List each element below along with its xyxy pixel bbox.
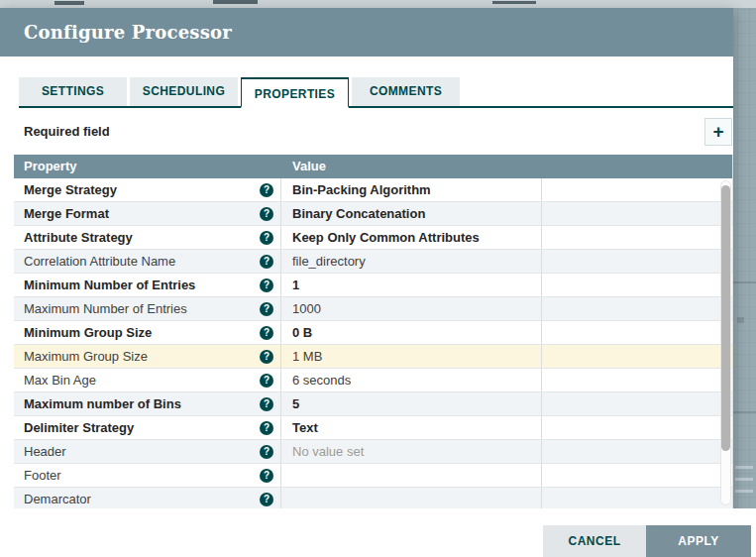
table-row[interactable]: Maximum Group Size?1 MB xyxy=(14,345,732,369)
table-row[interactable]: Merge Strategy?Bin-Packing Algorithm xyxy=(14,178,732,202)
canvas-fragment xyxy=(737,317,744,323)
table-row[interactable]: Maximum number of Bins?5 xyxy=(14,392,732,416)
table-row[interactable]: Header?No value set xyxy=(14,440,732,464)
property-name: Maximum number of Bins xyxy=(24,396,181,411)
property-rows: Merge Strategy?Bin-Packing AlgorithmMerg… xyxy=(14,178,732,508)
property-name-cell: Demarcator? xyxy=(14,488,281,508)
property-name-cell: Footer? xyxy=(14,464,281,487)
table-row[interactable]: Minimum Group Size?0 B xyxy=(14,321,732,345)
help-icon[interactable]: ? xyxy=(260,255,273,269)
property-name: Demarcator xyxy=(24,492,91,506)
property-name-cell: Minimum Group Size? xyxy=(14,321,281,344)
column-header-property: Property xyxy=(14,155,281,178)
table-row[interactable]: Minimum Number of Entries?1 xyxy=(14,274,732,297)
column-header-value: Value xyxy=(281,155,732,178)
row-filler-cell xyxy=(542,392,732,415)
property-name-cell: Attribute Strategy? xyxy=(14,226,281,249)
table-row[interactable]: Merge Format?Binary Concatenation xyxy=(14,202,732,226)
property-name: Max Bin Age xyxy=(24,373,96,388)
table-row[interactable]: Footer? xyxy=(14,464,732,488)
canvas-fragment xyxy=(735,466,753,469)
canvas-top-strip xyxy=(0,0,756,8)
help-icon[interactable]: ? xyxy=(260,183,273,197)
table-row[interactable]: Delimiter Strategy?Text xyxy=(14,416,732,440)
tab-settings[interactable]: SETTINGS xyxy=(19,77,127,106)
property-name-cell: Delimiter Strategy? xyxy=(14,416,281,439)
property-value-cell[interactable]: 0 B xyxy=(281,321,542,344)
property-value-cell[interactable]: Text xyxy=(281,416,542,439)
row-filler-cell xyxy=(542,416,732,439)
tab-comments[interactable]: COMMENTS xyxy=(352,77,460,106)
property-value-cell[interactable]: Keep Only Common Attributes xyxy=(281,226,542,249)
table-row[interactable]: Correlation Attribute Name?file_director… xyxy=(14,250,732,274)
property-name-cell: Correlation Attribute Name? xyxy=(14,250,281,273)
dialog-title: Configure Processor xyxy=(24,22,232,43)
configure-processor-dialog: Configure Processor SETTINGS SCHEDULING … xyxy=(0,8,733,557)
table-row[interactable]: Maximum Number of Entries?1000 xyxy=(14,297,732,321)
row-filler-cell xyxy=(542,202,732,225)
row-filler-cell xyxy=(542,488,732,508)
help-icon[interactable]: ? xyxy=(260,207,273,221)
property-value-cell[interactable] xyxy=(281,464,542,487)
apply-button[interactable]: APPLY xyxy=(646,525,751,557)
tab-properties[interactable]: PROPERTIES xyxy=(241,77,349,108)
row-filler-cell xyxy=(542,464,732,487)
add-property-button[interactable]: + xyxy=(704,118,732,146)
table-row[interactable]: Max Bin Age?6 seconds xyxy=(14,369,732,392)
required-field-label: Required field xyxy=(24,124,110,139)
property-name: Merge Strategy xyxy=(24,182,117,197)
cancel-button[interactable]: CANCEL xyxy=(543,525,646,557)
help-icon[interactable]: ? xyxy=(260,374,273,388)
help-icon[interactable]: ? xyxy=(260,493,273,506)
property-value-cell[interactable]: 5 xyxy=(281,392,542,415)
row-filler-cell xyxy=(542,178,732,201)
table-row[interactable]: Attribute Strategy?Keep Only Common Attr… xyxy=(14,226,732,250)
properties-table: Property Value Merge Strategy?Bin-Packin… xyxy=(14,155,733,508)
tab-bar: SETTINGS SCHEDULING PROPERTIES COMMENTS xyxy=(19,77,733,108)
help-icon[interactable]: ? xyxy=(260,469,273,483)
row-filler-cell xyxy=(542,297,732,320)
help-icon[interactable]: ? xyxy=(260,302,273,316)
property-name-cell: Maximum Group Size? xyxy=(14,345,281,368)
row-filler-cell xyxy=(542,226,732,249)
property-value-cell[interactable] xyxy=(281,488,542,508)
property-value-cell[interactable]: 1 xyxy=(281,274,542,296)
row-filler-cell xyxy=(542,345,732,368)
property-value-cell[interactable]: 6 seconds xyxy=(281,369,542,391)
property-name: Minimum Group Size xyxy=(24,325,152,340)
property-value-cell[interactable]: 1000 xyxy=(281,297,542,320)
tab-scheduling[interactable]: SCHEDULING xyxy=(130,77,238,106)
property-name-cell: Header? xyxy=(14,440,281,463)
help-icon[interactable]: ? xyxy=(260,231,273,245)
help-icon[interactable]: ? xyxy=(260,397,273,411)
property-value-cell[interactable]: Bin-Packing Algorithm xyxy=(281,178,542,201)
canvas-fragment xyxy=(735,478,753,481)
property-value-cell[interactable]: file_directory xyxy=(281,250,542,273)
help-icon[interactable]: ? xyxy=(260,421,273,435)
help-icon[interactable]: ? xyxy=(260,278,273,292)
canvas-fragment xyxy=(735,490,753,493)
property-name: Correlation Attribute Name xyxy=(24,254,175,269)
property-name: Maximum Number of Entries xyxy=(24,301,187,316)
help-icon[interactable]: ? xyxy=(260,350,273,364)
help-icon[interactable]: ? xyxy=(260,326,273,340)
row-filler-cell xyxy=(542,321,732,344)
row-filler-cell xyxy=(542,369,732,391)
property-name: Attribute Strategy xyxy=(24,230,133,245)
property-value-cell[interactable]: 1 MB xyxy=(281,345,542,368)
property-value-cell[interactable]: Binary Concatenation xyxy=(281,202,542,225)
property-name-cell: Merge Strategy? xyxy=(14,178,281,201)
scrollbar-thumb[interactable] xyxy=(721,185,730,451)
dialog-header: Configure Processor xyxy=(0,8,733,56)
property-name: Merge Format xyxy=(24,206,109,221)
table-scrollbar[interactable] xyxy=(720,180,731,505)
plus-icon: + xyxy=(712,121,723,142)
property-name-cell: Minimum Number of Entries? xyxy=(14,274,281,296)
canvas-fragment xyxy=(733,281,756,283)
help-icon[interactable]: ? xyxy=(260,445,273,459)
row-filler-cell xyxy=(542,274,732,296)
property-name-cell: Max Bin Age? xyxy=(14,369,281,391)
table-row[interactable]: Demarcator? xyxy=(14,488,732,508)
table-header: Property Value xyxy=(14,155,732,178)
property-value-cell[interactable]: No value set xyxy=(281,440,542,463)
